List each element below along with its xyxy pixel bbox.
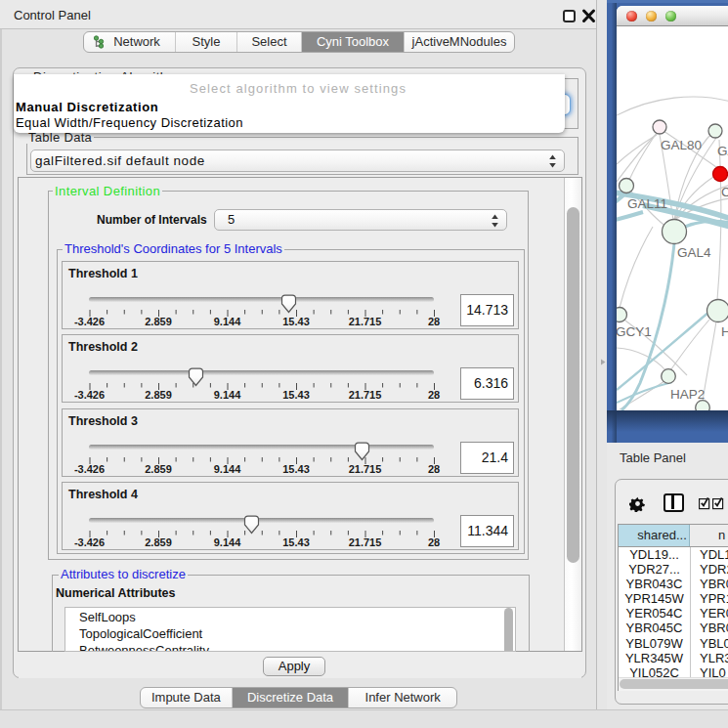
svg-text:C: C: [721, 185, 728, 199]
svg-text:GCY1: GCY1: [617, 324, 652, 339]
svg-text:GAL11: GAL11: [627, 196, 667, 211]
svg-text:GA: GA: [717, 144, 728, 158]
svg-text:H: H: [721, 324, 728, 339]
svg-text:HAP2: HAP2: [670, 387, 705, 402]
svg-text:GAL80: GAL80: [661, 138, 702, 152]
svg-text:GAL4: GAL4: [677, 245, 711, 260]
